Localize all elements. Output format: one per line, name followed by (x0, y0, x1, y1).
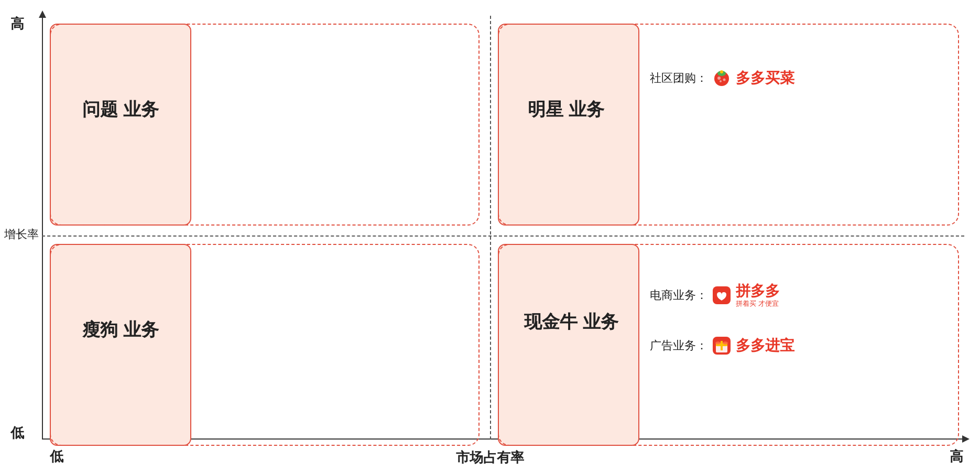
svg-point-2 (717, 77, 721, 80)
ecommerce-label: 电商业务： (650, 287, 707, 303)
horizontal-divider (42, 236, 964, 237)
bottom-left-label: 瘦狗 业务 (73, 317, 168, 342)
bottom-right-label: 现金牛 业务 (519, 309, 624, 335)
duoduojinbao-icon (712, 336, 732, 356)
shequtuangou-entry: 社区团购： 多多买菜 (650, 68, 794, 88)
y-axis-growth-label: 增长率 (4, 227, 39, 242)
pinduoduo-icon (712, 285, 732, 305)
pinduoduo-subtext: 拼着买 才便宜 (736, 299, 780, 308)
svg-point-3 (723, 79, 726, 81)
x-axis-market-label: 市场占有率 (456, 448, 524, 467)
y-axis-low-label: 低 (10, 424, 24, 442)
duoduojinbao-text: 多多进宝 (736, 336, 794, 356)
bottom-left-dashed-box (50, 244, 480, 446)
duoduomaicai-text: 多多买菜 (736, 68, 794, 88)
duoduojinbao-entry: 广告业务： 多多进宝 (650, 336, 794, 356)
y-axis-high-label: 高 (10, 15, 24, 33)
pinduoduo-text: 拼多多 (736, 283, 780, 299)
vertical-divider (490, 16, 491, 440)
shequtuangou-label: 社区团购： (650, 70, 707, 86)
svg-point-12 (723, 341, 728, 345)
svg-point-11 (715, 341, 721, 345)
bcg-matrix: 高 低 增长率 低 市场占有率 高 问题 业务 明星 业务 瘦狗 业务 现金牛 … (0, 0, 980, 471)
x-axis-low-label: 低 (50, 447, 63, 466)
ads-label: 广告业务： (650, 338, 707, 354)
svg-point-5 (720, 70, 723, 73)
duoduomaicai-icon (712, 68, 732, 88)
x-axis-high-label: 高 (950, 447, 963, 466)
svg-rect-10 (721, 341, 723, 350)
y-axis (42, 16, 43, 440)
top-right-label: 明星 业务 (519, 97, 613, 122)
svg-point-4 (720, 80, 722, 82)
top-right-dashed-box (498, 24, 959, 226)
top-left-label: 问题 业务 (73, 97, 168, 122)
pinduoduo-entry: 电商业务： 拼多多 拼着买 才便宜 (650, 283, 780, 307)
top-left-dashed-box (50, 24, 480, 226)
